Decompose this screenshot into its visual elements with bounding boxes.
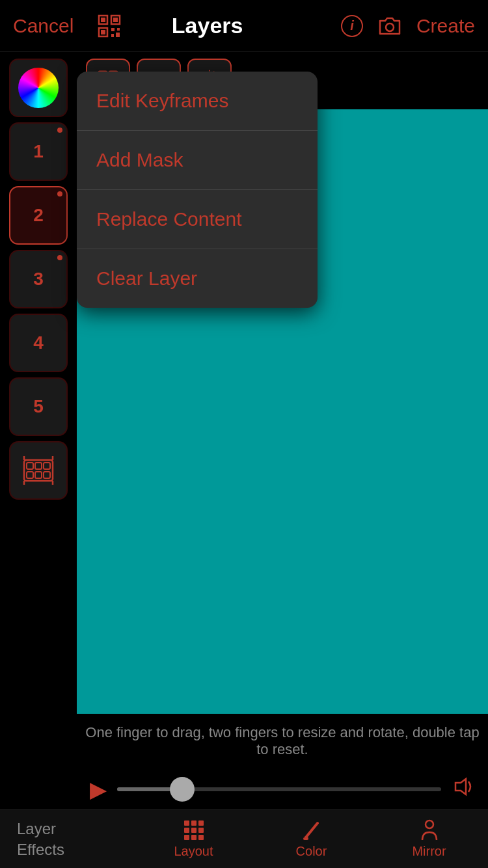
svg-rect-41 (198, 835, 204, 840)
svg-rect-9 (116, 33, 120, 37)
mirror-nav-item[interactable]: Mirror (370, 814, 488, 864)
svg-marker-32 (455, 779, 466, 794)
svg-rect-38 (198, 828, 204, 833)
playback-controls: ▶ (77, 768, 488, 809)
slider-thumb[interactable] (170, 777, 195, 802)
svg-rect-42 (303, 837, 308, 840)
page-title: Layers (172, 13, 243, 38)
svg-rect-16 (35, 472, 42, 478)
info-button[interactable]: i (341, 15, 363, 37)
volume-icon (452, 775, 475, 798)
svg-rect-7 (117, 28, 120, 31)
svg-rect-14 (44, 463, 50, 469)
qr-button[interactable] (98, 14, 121, 38)
layer-3-label: 3 (33, 269, 44, 290)
svg-rect-17 (44, 472, 50, 478)
add-mask-menu-item[interactable]: Add Mask (77, 131, 318, 190)
header-right-icons (98, 14, 128, 38)
svg-rect-15 (27, 472, 33, 478)
volume-button[interactable] (452, 775, 475, 803)
layer-4-button[interactable]: 4 (9, 314, 68, 372)
svg-rect-8 (111, 34, 114, 37)
layer-2-label: 2 (33, 205, 44, 226)
camera-icon (377, 16, 402, 36)
play-button[interactable]: ▶ (90, 776, 107, 802)
svg-rect-37 (191, 828, 197, 833)
svg-rect-35 (198, 821, 204, 826)
camera-button[interactable] (377, 16, 402, 36)
film-strip-icon (21, 454, 55, 487)
layer-1-dot (57, 128, 62, 133)
svg-rect-3 (113, 18, 118, 22)
color-icon (301, 819, 323, 841)
svg-rect-34 (191, 821, 197, 826)
svg-rect-40 (191, 835, 197, 840)
svg-rect-33 (184, 821, 189, 826)
layer-5-button[interactable]: 5 (9, 377, 68, 436)
svg-rect-39 (184, 835, 189, 840)
svg-rect-12 (27, 463, 33, 469)
mirror-icon (418, 819, 441, 841)
layer-2-button[interactable]: 2 (9, 186, 68, 245)
layer-1-label: 1 (33, 141, 44, 162)
color-wheel-button[interactable] (9, 59, 68, 117)
layout-nav-item[interactable]: Layout (135, 814, 252, 864)
svg-rect-5 (101, 30, 105, 34)
svg-rect-36 (184, 828, 189, 833)
svg-rect-1 (101, 18, 105, 22)
mirror-label: Mirror (412, 844, 446, 859)
film-strip-button[interactable] (9, 441, 68, 500)
layer-5-label: 5 (33, 396, 44, 417)
cancel-button[interactable]: Cancel (13, 15, 74, 37)
create-button[interactable]: Create (416, 15, 475, 37)
svg-point-43 (426, 821, 433, 828)
color-nav-item[interactable]: Color (252, 814, 370, 864)
sidebar: 1 2 3 4 5 (0, 52, 77, 809)
bottom-nav: LayerEffects Layout Color Mirror (0, 809, 488, 868)
layer-3-dot (57, 255, 62, 260)
playback-slider-track[interactable] (117, 787, 441, 791)
svg-point-10 (386, 23, 394, 31)
layer-4-label: 4 (33, 332, 44, 353)
layout-label: Layout (174, 844, 213, 859)
layer-effects-nav-item[interactable]: LayerEffects (0, 819, 135, 859)
edit-keyframes-menu-item[interactable]: Edit Keyframes (77, 72, 318, 131)
layer-3-button[interactable]: 3 (9, 250, 68, 308)
info-icon: i (341, 15, 363, 37)
layout-icon (183, 819, 205, 841)
play-icon: ▶ (90, 777, 107, 802)
svg-rect-13 (35, 463, 42, 469)
clear-layer-menu-item[interactable]: Clear Layer (77, 249, 318, 308)
layer-2-dot (57, 191, 62, 197)
context-menu: Edit Keyframes Add Mask Replace Content … (77, 72, 318, 308)
layer-1-button[interactable]: 1 (9, 122, 68, 181)
instruction-text: One finger to drag, two fingers to resiz… (77, 714, 488, 768)
color-wheel-icon (18, 68, 59, 108)
header: Cancel Layers i (0, 0, 488, 52)
replace-content-menu-item[interactable]: Replace Content (77, 190, 318, 249)
qr-icon (98, 14, 121, 38)
svg-rect-6 (111, 28, 115, 31)
color-label: Color (296, 844, 327, 859)
layer-effects-label: LayerEffects (17, 819, 64, 859)
